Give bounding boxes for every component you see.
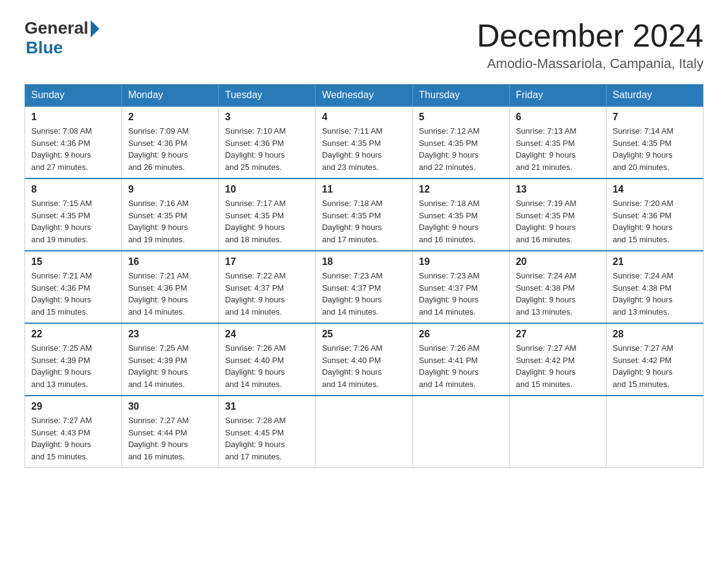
logo-arrow-icon bbox=[91, 20, 99, 37]
day-info: Sunrise: 7:22 AMSunset: 4:37 PMDaylight:… bbox=[225, 270, 309, 318]
day-number: 12 bbox=[419, 184, 503, 195]
day-number: 15 bbox=[31, 256, 115, 267]
day-info: Sunrise: 7:12 AMSunset: 4:35 PMDaylight:… bbox=[419, 125, 503, 173]
day-number: 1 bbox=[31, 112, 115, 123]
calendar-day-cell: 6Sunrise: 7:13 AMSunset: 4:35 PMDaylight… bbox=[509, 106, 606, 178]
page-header: General Blue December 2024 Amodio-Massar… bbox=[25, 18, 703, 72]
day-info: Sunrise: 7:17 AMSunset: 4:35 PMDaylight:… bbox=[225, 197, 309, 245]
calendar-day-cell: 20Sunrise: 7:24 AMSunset: 4:38 PMDayligh… bbox=[509, 251, 606, 323]
day-info: Sunrise: 7:20 AMSunset: 4:36 PMDaylight:… bbox=[613, 197, 697, 245]
day-number: 29 bbox=[31, 401, 115, 412]
day-number: 13 bbox=[516, 184, 600, 195]
calendar-day-cell: 24Sunrise: 7:26 AMSunset: 4:40 PMDayligh… bbox=[219, 323, 316, 396]
day-info: Sunrise: 7:23 AMSunset: 4:37 PMDaylight:… bbox=[322, 270, 406, 318]
day-number: 30 bbox=[128, 401, 212, 412]
calendar-day-cell: 28Sunrise: 7:27 AMSunset: 4:42 PMDayligh… bbox=[606, 323, 703, 396]
day-number: 20 bbox=[516, 256, 600, 267]
calendar-day-cell: 8Sunrise: 7:15 AMSunset: 4:35 PMDaylight… bbox=[25, 178, 122, 251]
calendar-day-cell: 7Sunrise: 7:14 AMSunset: 4:35 PMDaylight… bbox=[606, 106, 703, 178]
day-of-week-header: Saturday bbox=[606, 85, 703, 107]
day-info: Sunrise: 7:25 AMSunset: 4:39 PMDaylight:… bbox=[128, 342, 212, 390]
day-info: Sunrise: 7:18 AMSunset: 4:35 PMDaylight:… bbox=[322, 197, 406, 245]
day-number: 19 bbox=[419, 256, 503, 267]
day-of-week-header: Thursday bbox=[412, 85, 509, 107]
day-number: 6 bbox=[516, 112, 600, 123]
calendar-day-cell: 2Sunrise: 7:09 AMSunset: 4:36 PMDaylight… bbox=[122, 106, 219, 178]
day-number: 2 bbox=[128, 112, 212, 123]
day-number: 7 bbox=[613, 112, 697, 123]
day-info: Sunrise: 7:21 AMSunset: 4:36 PMDaylight:… bbox=[31, 270, 115, 318]
day-number: 23 bbox=[128, 329, 212, 340]
day-info: Sunrise: 7:25 AMSunset: 4:39 PMDaylight:… bbox=[31, 342, 115, 390]
day-info: Sunrise: 7:18 AMSunset: 4:35 PMDaylight:… bbox=[419, 197, 503, 245]
day-of-week-header: Tuesday bbox=[219, 85, 316, 107]
day-info: Sunrise: 7:28 AMSunset: 4:45 PMDaylight:… bbox=[225, 415, 309, 462]
calendar-day-cell: 25Sunrise: 7:26 AMSunset: 4:40 PMDayligh… bbox=[316, 323, 412, 396]
day-info: Sunrise: 7:21 AMSunset: 4:36 PMDaylight:… bbox=[128, 270, 212, 318]
calendar-day-cell: 4Sunrise: 7:11 AMSunset: 4:35 PMDaylight… bbox=[316, 106, 412, 178]
calendar-day-cell: 11Sunrise: 7:18 AMSunset: 4:35 PMDayligh… bbox=[316, 178, 412, 251]
calendar-day-cell: 18Sunrise: 7:23 AMSunset: 4:37 PMDayligh… bbox=[316, 251, 412, 323]
calendar-day-cell: 19Sunrise: 7:23 AMSunset: 4:37 PMDayligh… bbox=[412, 251, 509, 323]
day-info: Sunrise: 7:26 AMSunset: 4:40 PMDaylight:… bbox=[322, 342, 406, 390]
calendar-day-cell: 1Sunrise: 7:08 AMSunset: 4:36 PMDaylight… bbox=[25, 106, 122, 178]
day-number: 8 bbox=[31, 184, 115, 195]
day-info: Sunrise: 7:13 AMSunset: 4:35 PMDaylight:… bbox=[516, 125, 600, 173]
calendar-week-row: 1Sunrise: 7:08 AMSunset: 4:36 PMDaylight… bbox=[25, 106, 703, 178]
day-number: 24 bbox=[225, 329, 309, 340]
day-number: 11 bbox=[322, 184, 406, 195]
calendar-day-cell: 29Sunrise: 7:27 AMSunset: 4:43 PMDayligh… bbox=[25, 396, 122, 468]
day-number: 5 bbox=[419, 112, 503, 123]
calendar-day-cell: 21Sunrise: 7:24 AMSunset: 4:38 PMDayligh… bbox=[606, 251, 703, 323]
day-of-week-header: Wednesday bbox=[316, 85, 412, 107]
calendar-day-cell: 14Sunrise: 7:20 AMSunset: 4:36 PMDayligh… bbox=[606, 178, 703, 251]
day-info: Sunrise: 7:11 AMSunset: 4:35 PMDaylight:… bbox=[322, 125, 406, 173]
day-of-week-header: Sunday bbox=[25, 85, 122, 107]
calendar-day-cell: 12Sunrise: 7:18 AMSunset: 4:35 PMDayligh… bbox=[412, 178, 509, 251]
day-info: Sunrise: 7:27 AMSunset: 4:42 PMDaylight:… bbox=[516, 342, 600, 390]
day-info: Sunrise: 7:23 AMSunset: 4:37 PMDaylight:… bbox=[419, 270, 503, 318]
calendar-day-cell bbox=[412, 396, 509, 468]
calendar-day-cell: 13Sunrise: 7:19 AMSunset: 4:35 PMDayligh… bbox=[509, 178, 606, 251]
day-info: Sunrise: 7:10 AMSunset: 4:36 PMDaylight:… bbox=[225, 125, 309, 173]
location-subtitle: Amodio-Massariola, Campania, Italy bbox=[477, 56, 703, 72]
calendar-week-row: 8Sunrise: 7:15 AMSunset: 4:35 PMDaylight… bbox=[25, 178, 703, 251]
calendar-day-cell: 15Sunrise: 7:21 AMSunset: 4:36 PMDayligh… bbox=[25, 251, 122, 323]
calendar-day-cell: 9Sunrise: 7:16 AMSunset: 4:35 PMDaylight… bbox=[122, 178, 219, 251]
day-number: 16 bbox=[128, 256, 212, 267]
day-info: Sunrise: 7:08 AMSunset: 4:36 PMDaylight:… bbox=[31, 125, 115, 173]
calendar-day-cell: 30Sunrise: 7:27 AMSunset: 4:44 PMDayligh… bbox=[122, 396, 219, 468]
day-number: 31 bbox=[225, 401, 309, 412]
calendar-day-cell: 31Sunrise: 7:28 AMSunset: 4:45 PMDayligh… bbox=[219, 396, 316, 468]
logo-general-text: General bbox=[25, 18, 88, 38]
calendar-week-row: 22Sunrise: 7:25 AMSunset: 4:39 PMDayligh… bbox=[25, 323, 703, 396]
day-info: Sunrise: 7:24 AMSunset: 4:38 PMDaylight:… bbox=[613, 270, 697, 318]
day-number: 21 bbox=[613, 256, 697, 267]
day-info: Sunrise: 7:09 AMSunset: 4:36 PMDaylight:… bbox=[128, 125, 212, 173]
calendar-table: SundayMondayTuesdayWednesdayThursdayFrid… bbox=[25, 84, 703, 468]
calendar-week-row: 29Sunrise: 7:27 AMSunset: 4:43 PMDayligh… bbox=[25, 396, 703, 468]
logo-blue-text: Blue bbox=[26, 38, 63, 58]
day-info: Sunrise: 7:24 AMSunset: 4:38 PMDaylight:… bbox=[516, 270, 600, 318]
day-info: Sunrise: 7:26 AMSunset: 4:40 PMDaylight:… bbox=[225, 342, 309, 390]
day-number: 4 bbox=[322, 112, 406, 123]
calendar-week-row: 15Sunrise: 7:21 AMSunset: 4:36 PMDayligh… bbox=[25, 251, 703, 323]
main-title: December 2024 bbox=[477, 18, 703, 53]
calendar-day-cell: 17Sunrise: 7:22 AMSunset: 4:37 PMDayligh… bbox=[219, 251, 316, 323]
calendar-day-cell bbox=[509, 396, 606, 468]
day-number: 18 bbox=[322, 256, 406, 267]
day-info: Sunrise: 7:27 AMSunset: 4:44 PMDaylight:… bbox=[128, 415, 212, 462]
calendar-day-cell: 5Sunrise: 7:12 AMSunset: 4:35 PMDaylight… bbox=[412, 106, 509, 178]
day-number: 14 bbox=[613, 184, 697, 195]
calendar-day-cell: 23Sunrise: 7:25 AMSunset: 4:39 PMDayligh… bbox=[122, 323, 219, 396]
day-number: 22 bbox=[31, 329, 115, 340]
day-number: 26 bbox=[419, 329, 503, 340]
day-info: Sunrise: 7:27 AMSunset: 4:43 PMDaylight:… bbox=[31, 415, 115, 462]
day-number: 10 bbox=[225, 184, 309, 195]
day-info: Sunrise: 7:19 AMSunset: 4:35 PMDaylight:… bbox=[516, 197, 600, 245]
calendar-day-cell bbox=[606, 396, 703, 468]
calendar-day-cell: 3Sunrise: 7:10 AMSunset: 4:36 PMDaylight… bbox=[219, 106, 316, 178]
day-number: 3 bbox=[225, 112, 309, 123]
calendar-day-cell: 16Sunrise: 7:21 AMSunset: 4:36 PMDayligh… bbox=[122, 251, 219, 323]
calendar-day-cell: 27Sunrise: 7:27 AMSunset: 4:42 PMDayligh… bbox=[509, 323, 606, 396]
